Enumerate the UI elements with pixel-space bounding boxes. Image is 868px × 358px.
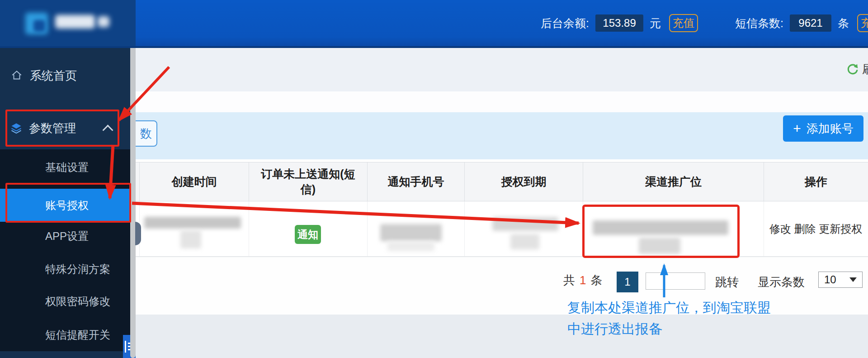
page-size-label: 显示条数 — [758, 274, 805, 290]
redacted-phone — [380, 224, 442, 241]
app-root: 后台余额: 153.89 元 充值 短信条数: 9621 条 充值 系统首页 参… — [0, 0, 868, 358]
redacted-create-time-2 — [180, 230, 201, 248]
column-header-order-notify: 订单未上送通知(短信) — [249, 162, 367, 201]
sidebar-item-app-settings[interactable]: APP设置 — [0, 223, 130, 250]
cell-notify-phone — [367, 201, 464, 256]
sidebar-item-sms-reminder[interactable]: 短信提醒开关 — [0, 321, 130, 348]
partial-button-label: 数 — [140, 126, 152, 142]
content-white-band — [136, 91, 868, 112]
redacted-channel-pid-2 — [639, 238, 680, 254]
total-count: 1 — [580, 273, 586, 287]
jump-button[interactable]: 跳转 — [715, 274, 739, 290]
sub-item-label: 短信提醒开关 — [45, 328, 110, 342]
pagination-total: 共 1 条 — [563, 272, 602, 288]
add-account-button[interactable]: + 添加账号 — [783, 115, 863, 142]
annotation-text: 复制本处渠道推广位，到淘宝联盟 中进行透出报备 — [567, 297, 771, 339]
add-account-label: 添加账号 — [807, 121, 854, 137]
layers-icon — [10, 122, 23, 134]
sub-item-label: 权限密码修改 — [45, 294, 110, 309]
sidebar-item-basic-settings[interactable]: 基础设置 — [0, 154, 130, 181]
recharge-button[interactable]: 充值 — [669, 14, 698, 32]
sub-item-label: 账号授权 — [45, 198, 89, 213]
page-size-select[interactable]: 10 — [818, 272, 863, 288]
refresh-icon — [845, 62, 860, 77]
toolbar-band — [136, 112, 868, 159]
topbar-stats: 后台余额: 153.89 元 充值 短信条数: 9621 条 充值 — [541, 0, 868, 46]
redacted-phone-2 — [387, 241, 434, 251]
table-row: 通知 修改 删除 更新授权 — [136, 201, 868, 257]
collapse-icon — [125, 341, 126, 353]
row-action-links[interactable]: 修改 删除 更新授权 — [764, 201, 868, 256]
column-header-channel-pid: 渠道推广位 — [583, 162, 764, 201]
cell-create-time — [139, 201, 249, 256]
column-header-auth-expire: 授权到期 — [464, 162, 583, 201]
topbar: 后台余额: 153.89 元 充值 短信条数: 9621 条 充值 — [0, 0, 868, 48]
plus-icon: + — [793, 121, 801, 136]
column-header-create-time: 创建时间 — [139, 162, 249, 201]
annotation-line1: 复制本处渠道推广位，到淘宝联盟 — [567, 297, 771, 318]
redacted-create-time — [144, 217, 241, 229]
refresh-button[interactable]: 刷新 — [845, 62, 868, 77]
sidebar-drag-handle[interactable] — [135, 222, 141, 245]
sidebar-item-label: 参数管理 — [29, 120, 76, 136]
notify-status-badge: 通知 — [295, 225, 321, 244]
balance-label: 后台余额: — [541, 16, 589, 31]
sidebar-item-home[interactable]: 系统首页 — [0, 62, 130, 90]
sidebar-item-label: 系统首页 — [30, 68, 77, 84]
cell-auth-expire — [464, 201, 583, 256]
sidebar-item-account-auth[interactable]: 账号授权 — [0, 189, 130, 222]
column-header-notify-phone: 通知手机号 — [367, 162, 464, 201]
balance-unit: 元 — [650, 16, 661, 31]
sidebar-scrollbar[interactable] — [130, 43, 136, 358]
sms-count-unit: 条 — [838, 16, 849, 31]
sidebar-item-params[interactable]: 参数管理 — [0, 114, 130, 142]
table-header: 创建时间 订单未上送通知(短信) 通知手机号 授权到期 渠道推广位 操作 — [136, 162, 868, 201]
sms-count-label: 短信条数: — [735, 16, 783, 31]
annotation-line2: 中进行透出报备 — [567, 318, 771, 339]
sub-item-label: APP设置 — [45, 229, 89, 243]
logo-icon-inner — [33, 20, 45, 32]
logo-text-redacted — [55, 15, 95, 29]
sub-item-label: 特殊分润方案 — [45, 262, 110, 277]
logo-area — [0, 0, 136, 46]
sidebar-item-permission-password[interactable]: 权限密码修改 — [0, 288, 130, 315]
sub-item-label: 基础设置 — [45, 160, 89, 175]
sms-recharge-button[interactable]: 充值 — [857, 14, 868, 32]
total-prefix: 共 — [563, 272, 575, 288]
redacted-auth-expire-2 — [510, 234, 539, 249]
refresh-label: 刷新 — [862, 62, 868, 77]
sms-count-value: 9621 — [790, 14, 831, 32]
cell-channel-pid — [583, 201, 764, 256]
balance-value: 153.89 — [595, 14, 643, 32]
sidebar-item-special-profit[interactable]: 特殊分润方案 — [0, 256, 130, 283]
jump-page-input[interactable] — [646, 272, 705, 290]
redacted-auth-expire — [492, 217, 558, 231]
sidebar-submenu: 基础设置 账号授权 APP设置 特殊分润方案 权限密码修改 短信提醒开关 — [0, 149, 130, 351]
logo-text-redacted-2 — [98, 16, 109, 27]
current-page-button[interactable]: 1 — [617, 272, 638, 292]
chevron-up-icon — [102, 124, 113, 135]
content-top-band — [136, 48, 868, 91]
home-icon — [11, 70, 23, 81]
dropdown-arrow-icon — [849, 277, 857, 282]
sidebar: 系统首页 参数管理 基础设置 账号授权 APP设置 特殊分润方案 — [0, 48, 130, 358]
total-suffix: 条 — [590, 272, 602, 288]
column-header-actions: 操作 — [764, 162, 868, 201]
page-size-value: 10 — [824, 273, 836, 286]
redacted-channel-pid — [593, 220, 728, 235]
